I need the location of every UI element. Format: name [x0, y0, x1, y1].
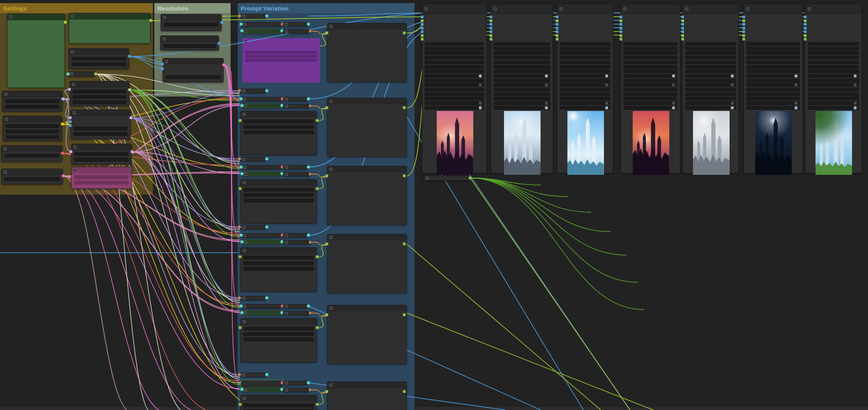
- widget-row[interactable]: [560, 65, 611, 69]
- slot-green[interactable]: [681, 34, 684, 37]
- slot-blue[interactable]: [490, 27, 492, 30]
- widget-row[interactable]: [808, 97, 859, 100]
- variation-bar-1[interactable]: [240, 157, 266, 161]
- settings-node-l3[interactable]: [1, 145, 62, 162]
- slot-orange-arrow[interactable]: [239, 225, 242, 229]
- collapse-icon[interactable]: [5, 118, 8, 121]
- sampler-node[interactable]: [422, 4, 487, 173]
- widget-row[interactable]: [746, 79, 800, 83]
- widget-row[interactable]: [685, 51, 736, 55]
- widget-row[interactable]: [72, 62, 126, 66]
- slot-teal[interactable]: [240, 311, 243, 314]
- slot-blue[interactable]: [556, 16, 558, 18]
- slot-green[interactable]: [316, 255, 318, 258]
- widget-row[interactable]: [623, 65, 677, 69]
- widget-row[interactable]: [685, 88, 736, 92]
- widget-row[interactable]: [560, 69, 611, 73]
- widget-row[interactable]: [685, 97, 736, 100]
- widget-row[interactable]: [560, 60, 611, 64]
- collapse-icon[interactable]: [285, 98, 288, 101]
- generated-image-preview[interactable]: [633, 111, 669, 175]
- widget-row[interactable]: [746, 106, 800, 110]
- collapse-icon[interactable]: [243, 181, 246, 184]
- widget-row[interactable]: [808, 88, 859, 92]
- slot-green[interactable]: [326, 243, 328, 245]
- collapse-icon[interactable]: [242, 90, 245, 93]
- variation-text-node[interactable]: [240, 395, 317, 410]
- collapse-icon[interactable]: [329, 236, 332, 239]
- widget-row[interactable]: [685, 56, 736, 60]
- collapse-icon[interactable]: [71, 14, 74, 18]
- node-titlebar[interactable]: [327, 23, 406, 30]
- widget-row[interactable]: [746, 88, 800, 92]
- resolution-node-3[interactable]: [163, 58, 224, 83]
- slot-orange-arrow[interactable]: [239, 157, 242, 161]
- slot-green[interactable]: [326, 32, 328, 34]
- settings-node-r1[interactable]: [68, 48, 129, 69]
- slot-blue[interactable]: [556, 23, 558, 26]
- slot-green[interactable]: [403, 243, 406, 245]
- collapse-icon[interactable]: [243, 305, 246, 308]
- collapse-icon[interactable]: [285, 105, 288, 108]
- settings-node-r3[interactable]: [70, 109, 131, 139]
- node-titlebar[interactable]: [241, 395, 317, 401]
- widget-row[interactable]: [685, 74, 736, 78]
- widget-row[interactable]: [560, 101, 611, 105]
- collapse-icon[interactable]: [285, 382, 288, 385]
- widget-row[interactable]: [243, 261, 314, 265]
- node-titlebar[interactable]: [71, 110, 130, 116]
- slot-blue[interactable]: [681, 23, 684, 26]
- widget-row[interactable]: [72, 57, 126, 61]
- widget-row[interactable]: [494, 65, 550, 69]
- variation-text-node[interactable]: [240, 247, 317, 292]
- collapse-icon[interactable]: [4, 171, 7, 174]
- settings-node-r2[interactable]: [70, 81, 130, 106]
- collapse-icon[interactable]: [244, 388, 247, 391]
- slot-blue[interactable]: [804, 30, 807, 33]
- variation-display-node[interactable]: [327, 234, 407, 293]
- variation-bar-1[interactable]: [240, 296, 266, 300]
- slot-lavender[interactable]: [69, 116, 72, 119]
- slot-orange-arrow[interactable]: [309, 240, 312, 244]
- widget-row[interactable]: [243, 193, 314, 197]
- slot-green[interactable]: [239, 119, 242, 122]
- slot-green[interactable]: [742, 38, 745, 40]
- node-titlebar[interactable]: [327, 382, 406, 388]
- slot-orange-arrow[interactable]: [239, 373, 242, 377]
- slot-blue[interactable]: [218, 42, 220, 45]
- widget-row[interactable]: [685, 60, 736, 64]
- collapse-icon[interactable]: [285, 23, 288, 26]
- widget-row[interactable]: [623, 79, 677, 83]
- slot-orange-arrow[interactable]: [309, 388, 312, 392]
- variation-green-textbox[interactable]: [242, 103, 282, 108]
- note-node-green-wide[interactable]: [69, 13, 150, 44]
- settings-node-l2[interactable]: [3, 116, 62, 141]
- slot-teal[interactable]: [307, 234, 310, 237]
- widget-combo-dot[interactable]: [672, 106, 675, 109]
- widget-row[interactable]: [560, 92, 611, 96]
- collapse-icon[interactable]: [285, 234, 288, 237]
- widget-row[interactable]: [425, 69, 484, 73]
- widget-row[interactable]: [494, 79, 550, 83]
- collapse-icon[interactable]: [72, 83, 75, 86]
- slot-teal[interactable]: [265, 225, 268, 229]
- widget-row[interactable]: [243, 338, 314, 341]
- variation-bar-4[interactable]: [283, 104, 310, 108]
- node-titlebar[interactable]: [70, 81, 129, 88]
- slot-teal[interactable]: [307, 97, 310, 100]
- collapse-icon[interactable]: [243, 98, 246, 101]
- slot-blue[interactable]: [128, 55, 131, 58]
- widget-row[interactable]: [746, 92, 800, 96]
- widget-row[interactable]: [425, 97, 484, 100]
- widget-row[interactable]: [494, 74, 550, 78]
- widget-row[interactable]: [560, 83, 611, 87]
- widget-row[interactable]: [243, 130, 314, 134]
- widget-row[interactable]: [243, 327, 314, 331]
- variation-text-node[interactable]: [240, 318, 317, 362]
- widget-row[interactable]: [74, 152, 129, 156]
- widget-row[interactable]: [494, 92, 550, 96]
- settings-node-l1[interactable]: [2, 91, 63, 112]
- node-titlebar[interactable]: [491, 4, 553, 14]
- collapse-icon[interactable]: [4, 93, 7, 96]
- slot-blue[interactable]: [681, 27, 684, 30]
